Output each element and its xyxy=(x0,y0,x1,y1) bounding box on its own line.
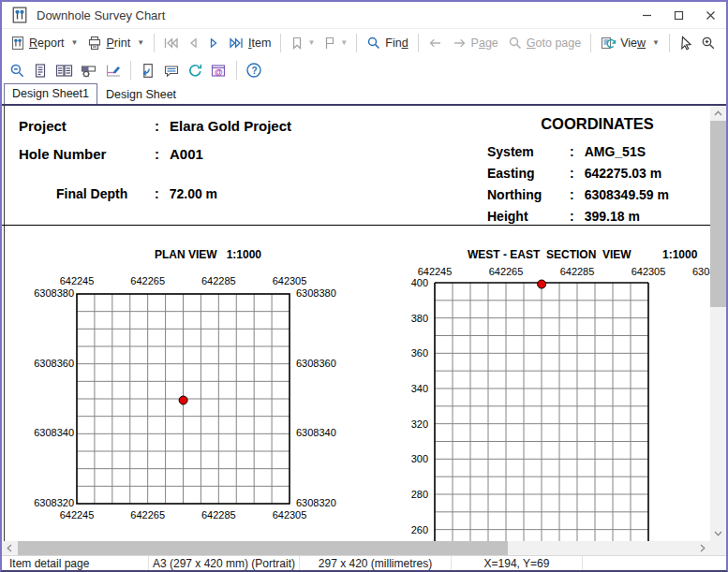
page-setup-icon xyxy=(81,63,97,79)
axis-tick-label: 260 xyxy=(381,524,428,535)
axis-tick-label: 6308360 xyxy=(18,358,74,369)
page-import-arrow-icon xyxy=(140,63,156,79)
printer-icon xyxy=(87,36,102,51)
chevron-down-icon: ▼ xyxy=(71,39,79,47)
single-page-view-button[interactable] xyxy=(29,60,52,81)
zoom-in-icon xyxy=(701,36,716,51)
toolbar-separator xyxy=(130,61,131,80)
help-question-icon: ? xyxy=(245,62,262,79)
section-view-scale: 1:1000 xyxy=(662,248,697,261)
help-button[interactable]: ? xyxy=(242,59,266,81)
axis-tick-label: 642265 xyxy=(115,509,181,521)
first-item-button[interactable] xyxy=(159,33,183,53)
status-spacer xyxy=(583,556,726,570)
horizontal-scrollbar[interactable] xyxy=(2,541,710,555)
scroll-left-arrow[interactable] xyxy=(2,541,17,555)
axis-tick-label: 6308360 xyxy=(296,358,352,369)
svg-text:?: ? xyxy=(252,66,258,76)
multi-page-view-button[interactable] xyxy=(52,60,77,81)
horizontal-scroll-thumb[interactable] xyxy=(18,541,508,555)
section-view-chart xyxy=(434,278,650,541)
axis-tick-label: 300 xyxy=(381,453,428,464)
zoom-tool-button[interactable] xyxy=(697,33,720,53)
coord-system-row: System:AMG_51S xyxy=(487,140,707,162)
print-menu-button[interactable]: Print ▼ xyxy=(82,34,149,52)
title-bar: Downhole Survey Chart xyxy=(2,2,726,29)
toolbar-separator xyxy=(356,34,357,52)
zoom-out-button[interactable] xyxy=(6,60,29,81)
last-item-button[interactable]: Item xyxy=(224,34,275,52)
plan-view-title: PLAN VIEW 1:1000 xyxy=(155,248,261,261)
header-divider xyxy=(2,225,710,226)
view-toolbar: @ ? xyxy=(2,57,726,83)
page-setup-button[interactable] xyxy=(77,60,101,81)
axis-tick-label: 642245 xyxy=(44,509,110,521)
tab-design-sheet[interactable]: Design Sheet xyxy=(97,85,185,104)
axis-tick-label: 280 xyxy=(381,489,428,500)
axis-tick-label: 320 xyxy=(381,418,428,430)
axis-tick-label: 642305 xyxy=(257,275,322,286)
axis-tick-label: 6308340 xyxy=(18,427,74,438)
chart-pencil-icon xyxy=(105,63,122,79)
chevron-down-icon: ▼ xyxy=(340,39,348,47)
axis-tick-label: 6308380 xyxy=(18,287,74,299)
bookmark-flag-button[interactable]: ▼ xyxy=(319,33,351,53)
page-left-edge xyxy=(4,106,5,541)
section-data-point xyxy=(538,280,546,288)
axis-tick-label: 642265 xyxy=(115,275,181,286)
status-bar: Item detail page A3 (297 x 420 mm) (Port… xyxy=(2,555,726,570)
cursor-arrow-icon xyxy=(678,36,693,51)
status-dimensions: 297 x 420 (millimetres) xyxy=(300,556,452,570)
bookmark-icon xyxy=(290,36,305,51)
scroll-up-arrow[interactable] xyxy=(710,106,726,121)
report-icon xyxy=(10,36,25,51)
window-title: Downhole Survey Chart xyxy=(37,8,631,22)
scroll-right-arrow[interactable] xyxy=(695,541,710,555)
find-button[interactable]: Find xyxy=(362,34,412,52)
plan-data-point xyxy=(179,396,187,404)
email-report-button[interactable]: @ xyxy=(207,60,231,81)
scroll-down-arrow[interactable] xyxy=(710,526,726,541)
toolbar-separator xyxy=(669,34,670,52)
coord-northing-row: Northing:6308349.59 m xyxy=(487,183,707,205)
hole-number-row: Hole Number:A001 xyxy=(19,146,203,162)
bookmark-button[interactable]: ▼ xyxy=(286,33,319,53)
app-window: Downhole Survey Chart Report ▼ Print ▼ xyxy=(0,0,728,572)
view-icon xyxy=(601,36,617,51)
edit-chart-button[interactable] xyxy=(101,60,126,81)
status-paper-size: A3 (297 x 420 mm) (Portrait) xyxy=(149,556,300,570)
window-controls xyxy=(631,2,726,28)
minimize-button[interactable] xyxy=(631,2,662,28)
clipped-axis-tick-label: 6308 xyxy=(692,266,710,277)
previous-page-button[interactable] xyxy=(423,33,447,53)
status-cursor-position: X=194, Y=69 xyxy=(452,556,583,570)
refresh-button[interactable] xyxy=(184,60,207,81)
report-menu-button[interactable]: Report ▼ xyxy=(6,34,82,52)
arrow-left-icon xyxy=(427,36,443,51)
chevron-down-icon: ▼ xyxy=(137,39,144,47)
maximize-button[interactable] xyxy=(662,2,694,28)
refresh-icon xyxy=(187,63,203,79)
axis-tick-label: 6308320 xyxy=(296,497,352,508)
previous-item-button[interactable] xyxy=(183,33,203,53)
last-item-icon xyxy=(229,36,245,51)
next-item-button[interactable] xyxy=(203,33,224,53)
zoom-out-icon xyxy=(9,63,25,79)
pointer-tool-button[interactable] xyxy=(675,33,697,53)
comments-button[interactable] xyxy=(159,60,184,81)
toolbar-separator xyxy=(590,34,591,52)
next-page-button[interactable]: Page xyxy=(447,34,503,52)
view-menu-button[interactable]: View ▼ xyxy=(596,34,664,52)
toolbar-separator xyxy=(418,34,419,52)
toolbar-separator xyxy=(154,34,155,52)
goto-page-button[interactable]: Goto page xyxy=(503,34,586,52)
page-import-button[interactable] xyxy=(136,60,159,81)
project-value: Elara Gold Project xyxy=(170,118,291,134)
toolbar-separator xyxy=(236,61,237,80)
hole-number-value: A001 xyxy=(170,146,203,162)
vertical-scrollbar[interactable] xyxy=(710,106,726,541)
vertical-scroll-thumb[interactable] xyxy=(710,121,726,307)
tab-design-sheet1[interactable]: Design Sheet1 xyxy=(4,83,97,104)
status-page-description: Item detail page xyxy=(2,556,149,570)
close-button[interactable] xyxy=(694,2,726,28)
